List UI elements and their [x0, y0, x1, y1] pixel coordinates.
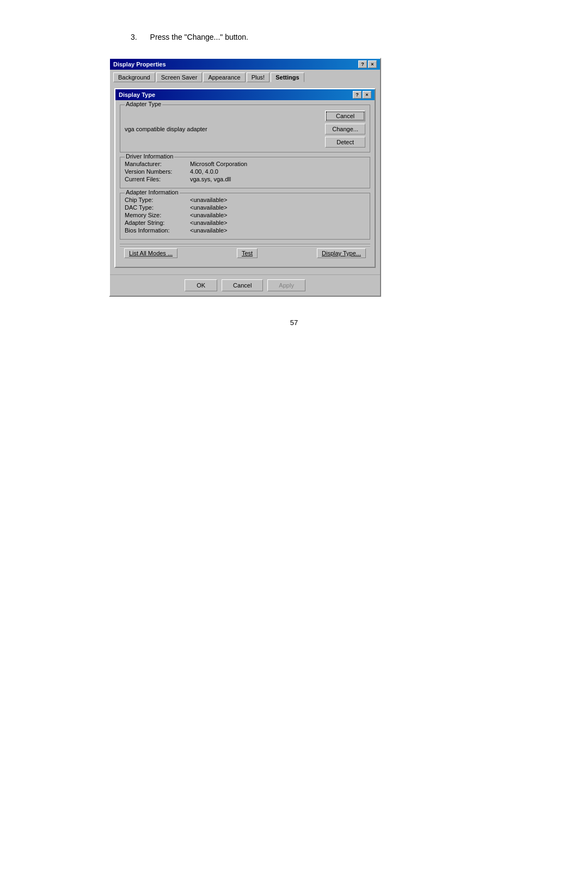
outer-dialog-body: Display Type ? × Adapter Type vga compat… — [110, 82, 380, 274]
cancel-main-button[interactable]: Cancel — [222, 279, 263, 291]
tab-plus[interactable]: Plus! — [247, 72, 270, 82]
adapter-name: vga compatible display adapter — [125, 126, 207, 132]
files-row: Current Files: vga.sys, vga.dll — [125, 176, 365, 182]
tab-appearance[interactable]: Appearance — [203, 72, 245, 82]
page-number: 57 — [290, 319, 298, 327]
bios-value: <unavailable> — [190, 227, 228, 234]
string-label: Adapter String: — [125, 219, 190, 226]
list-all-modes-button[interactable]: List All Modes ... — [124, 248, 177, 258]
adapter-type-section: Adapter Type vga compatible display adap… — [120, 105, 370, 152]
display-type-dialog: Display Type ? × Adapter Type vga compat… — [114, 88, 376, 268]
test-button[interactable]: Test — [237, 248, 258, 258]
dialog-footer: OK Cancel Apply — [110, 274, 380, 296]
memory-value: <unavailable> — [190, 212, 228, 218]
detect-button[interactable]: Detect — [325, 137, 365, 148]
driver-info-section: Driver Information Manufacturer: Microso… — [120, 157, 370, 188]
memory-row: Memory Size: <unavailable> — [125, 212, 365, 218]
apply-button[interactable]: Apply — [267, 279, 305, 291]
string-value: <unavailable> — [190, 219, 228, 226]
adapter-row: vga compatible display adapter Cancel Ch… — [125, 111, 365, 148]
instruction-text: 3. Press the "Change..." button. — [131, 33, 248, 41]
dac-label: DAC Type: — [125, 204, 190, 211]
cancel-button[interactable]: Cancel — [325, 111, 365, 121]
version-label: Version Numbers: — [125, 168, 190, 175]
inner-titlebar: Display Type ? × — [115, 89, 375, 100]
bottom-button-bar: List All Modes ... Test Display Type... — [120, 246, 370, 260]
display-type-button[interactable]: Display Type... — [317, 248, 366, 258]
files-value: vga.sys, vga.dll — [190, 176, 231, 182]
outer-help-btn[interactable]: ? — [358, 60, 367, 68]
manufacturer-row: Manufacturer: Microsoft Corporation — [125, 161, 365, 167]
tab-background[interactable]: Background — [113, 72, 155, 82]
outer-titlebar: Display Properties ? × — [110, 59, 380, 70]
inner-dialog-body: Adapter Type vga compatible display adap… — [115, 100, 375, 267]
string-row: Adapter String: <unavailable> — [125, 219, 365, 226]
page-content: 3. Press the "Change..." button. Display… — [109, 33, 479, 327]
dac-value: <unavailable> — [190, 204, 228, 211]
version-value: 4.00, 4.0.0 — [190, 168, 218, 175]
bios-row: Bios Information: <unavailable> — [125, 227, 365, 234]
inner-titlebar-buttons: ? × — [353, 91, 371, 99]
change-button[interactable]: Change... — [325, 124, 365, 134]
manufacturer-label: Manufacturer: — [125, 161, 190, 167]
outer-dialog-title: Display Properties — [113, 61, 166, 68]
adapter-buttons: Cancel Change... Detect — [325, 111, 365, 148]
adapter-type-label: Adapter Type — [125, 101, 162, 107]
adapter-info-section: Adapter Information Chip Type: <unavaila… — [120, 193, 370, 240]
step-number: 3. — [131, 33, 137, 41]
dac-row: DAC Type: <unavailable> — [125, 204, 365, 211]
outer-titlebar-buttons: ? × — [358, 60, 377, 68]
separator — [120, 244, 370, 244]
tab-screensaver[interactable]: Screen Saver — [156, 72, 203, 82]
bios-label: Bios Information: — [125, 227, 190, 234]
chip-row: Chip Type: <unavailable> — [125, 197, 365, 203]
version-row: Version Numbers: 4.00, 4.0.0 — [125, 168, 365, 175]
ok-button[interactable]: OK — [185, 279, 217, 291]
adapter-info-label: Adapter Information — [125, 189, 180, 195]
inner-close-btn[interactable]: × — [363, 91, 371, 99]
chip-value: <unavailable> — [190, 197, 228, 203]
tab-bar: Background Screen Saver Appearance Plus!… — [110, 70, 380, 82]
inner-help-btn[interactable]: ? — [353, 91, 362, 99]
files-label: Current Files: — [125, 176, 190, 182]
memory-label: Memory Size: — [125, 212, 190, 218]
display-properties-dialog: Display Properties ? × Background Screen… — [109, 58, 381, 297]
chip-label: Chip Type: — [125, 197, 190, 203]
inner-dialog-title: Display Type — [119, 91, 155, 98]
step-text: Press the "Change..." button. — [150, 33, 248, 41]
manufacturer-value: Microsoft Corporation — [190, 161, 247, 167]
tab-settings[interactable]: Settings — [271, 72, 304, 82]
outer-close-btn[interactable]: × — [368, 60, 377, 68]
driver-info-label: Driver Information — [125, 153, 174, 160]
